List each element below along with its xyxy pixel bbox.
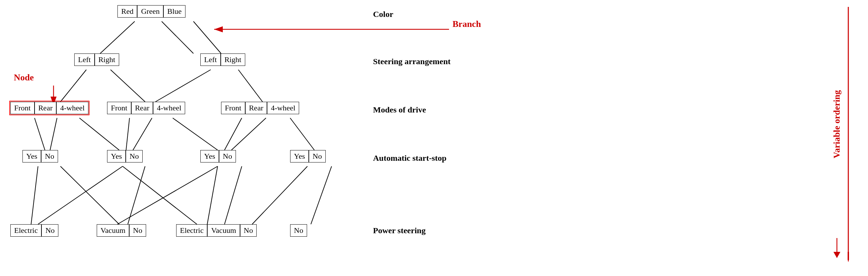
cell-right-b: Right xyxy=(221,53,245,66)
node-power-a: Electric No xyxy=(10,224,58,237)
svg-line-2 xyxy=(193,21,221,53)
cell-electric-c: Electric xyxy=(176,224,207,237)
svg-line-12 xyxy=(225,118,242,150)
cell-yes-c: Yes xyxy=(200,150,219,162)
node-auto-c: Yes No xyxy=(200,150,236,162)
svg-line-9 xyxy=(126,118,130,150)
svg-line-17 xyxy=(60,166,119,224)
cell-front-b: Front xyxy=(107,102,131,114)
svg-line-3 xyxy=(60,70,86,102)
node-modes-b: Front Rear 4-wheel xyxy=(107,102,185,114)
cell-rear-a: Rear xyxy=(35,102,57,114)
node-modes-c: Front Rear 4-wheel xyxy=(221,102,299,114)
svg-line-21 xyxy=(225,166,242,224)
svg-line-24 xyxy=(123,166,197,224)
label-steering: Steering arrangement xyxy=(373,57,451,66)
svg-line-13 xyxy=(231,118,266,150)
cell-electric-a: Electric xyxy=(10,224,41,237)
svg-line-25 xyxy=(117,166,218,224)
label-modes: Modes of drive xyxy=(373,105,426,115)
cell-blue: Blue xyxy=(163,5,185,18)
svg-line-10 xyxy=(133,118,152,150)
variable-ordering-label: Variable ordering xyxy=(832,7,842,241)
node-modes-a: Front Rear 4-wheel xyxy=(10,102,88,114)
node-auto-d: Yes No xyxy=(290,150,326,162)
cell-no-b: No xyxy=(126,150,143,162)
node-steering-a: Left Right xyxy=(74,53,119,66)
node-power-c: Electric Vacuum No xyxy=(176,224,257,237)
cell-no-pc: No xyxy=(240,224,257,237)
svg-line-19 xyxy=(128,166,145,224)
cell-no-pd: No xyxy=(290,224,307,237)
svg-line-7 xyxy=(35,118,45,150)
svg-line-20 xyxy=(207,166,218,224)
cell-left-b: Left xyxy=(200,53,221,66)
svg-line-22 xyxy=(252,166,307,224)
svg-line-4 xyxy=(111,70,145,102)
cell-rear-c: Rear xyxy=(245,102,267,114)
cell-4wheel-c: 4-wheel xyxy=(267,102,299,114)
svg-line-14 xyxy=(290,118,314,150)
cell-red: Red xyxy=(117,5,137,18)
svg-line-15 xyxy=(79,118,119,150)
cell-no-c: No xyxy=(219,150,236,162)
cell-4wheel-a: 4-wheel xyxy=(56,102,88,114)
cell-rear-b: Rear xyxy=(131,102,153,114)
cell-yes-b: Yes xyxy=(107,150,126,162)
svg-line-11 xyxy=(173,118,218,150)
label-power-steering: Power steering xyxy=(373,226,426,235)
node-power-b: Vacuum No xyxy=(97,224,146,237)
cell-yes-d: Yes xyxy=(290,150,309,162)
node-auto-a: Yes No xyxy=(22,150,58,162)
node-steering-b: Left Right xyxy=(200,53,245,66)
cell-front-c: Front xyxy=(221,102,245,114)
cell-no-pa: No xyxy=(41,224,58,237)
svg-line-6 xyxy=(238,70,263,102)
svg-line-23 xyxy=(311,166,332,224)
svg-marker-32 xyxy=(848,252,849,262)
node-color: Red Green Blue xyxy=(117,5,185,18)
cell-no-pb: No xyxy=(129,224,146,237)
svg-line-16 xyxy=(31,166,38,224)
cell-right-a: Right xyxy=(95,53,119,66)
cell-vacuum-c: Vacuum xyxy=(207,224,240,237)
svg-line-1 xyxy=(162,21,193,53)
label-area: Color Steering arrangement Modes of driv… xyxy=(373,0,553,276)
cell-no-d: No xyxy=(309,150,326,162)
svg-marker-30 xyxy=(833,252,840,258)
label-auto-stop: Automatic start-stop xyxy=(373,154,447,163)
svg-line-18 xyxy=(38,166,123,224)
node-annotation-label: Node xyxy=(14,72,34,83)
variable-ordering-area: Variable ordering xyxy=(820,7,854,269)
svg-line-5 xyxy=(155,70,211,102)
cell-left-a: Left xyxy=(74,53,95,66)
svg-line-8 xyxy=(50,118,57,150)
cell-4wheel-b: 4-wheel xyxy=(153,102,185,114)
label-color: Color xyxy=(373,10,393,19)
cell-no-a: No xyxy=(41,150,58,162)
cell-yes-a: Yes xyxy=(22,150,41,162)
svg-line-0 xyxy=(100,21,135,53)
cell-green: Green xyxy=(137,5,163,18)
node-power-d: No xyxy=(290,224,307,237)
node-auto-b: Yes No xyxy=(107,150,143,162)
var-order-line xyxy=(848,7,849,269)
cell-vacuum-b: Vacuum xyxy=(97,224,129,237)
cell-front-a: Front xyxy=(10,102,35,114)
